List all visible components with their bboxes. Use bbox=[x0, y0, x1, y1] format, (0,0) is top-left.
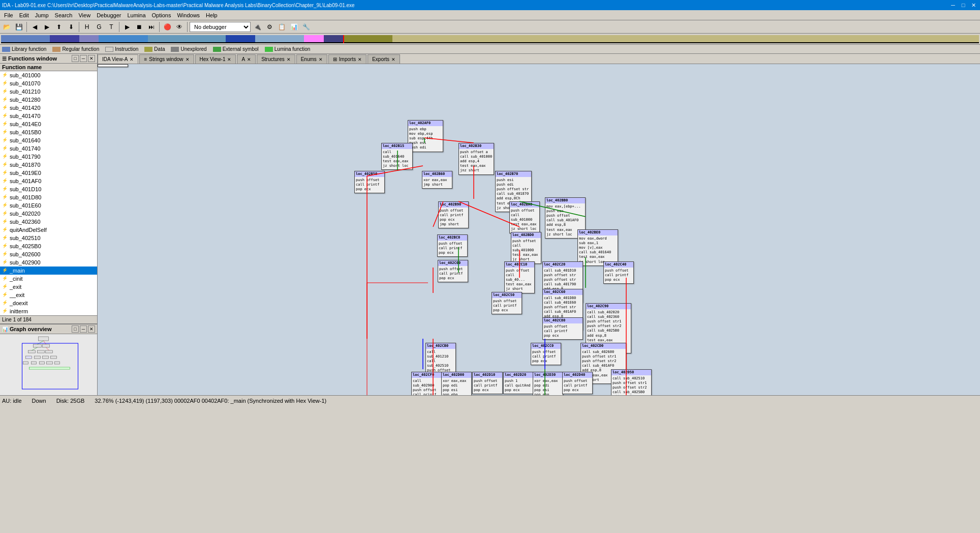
functions-list[interactable]: ⚡sub_401000⚡sub_401070⚡sub_401210⚡sub_40… bbox=[0, 71, 97, 315]
tb-text[interactable]: T bbox=[106, 21, 117, 33]
tb-graph[interactable]: G bbox=[94, 21, 105, 33]
function-item[interactable]: ⚡sub_401000 bbox=[0, 71, 97, 79]
tab-hex-close[interactable]: ✕ bbox=[227, 57, 231, 62]
minimize-button[interactable]: ─ bbox=[948, 1, 958, 9]
tab-imports[interactable]: ⊞ Imports ✕ bbox=[328, 54, 366, 64]
menu-jump[interactable]: Jump bbox=[32, 11, 52, 19]
tab-a-close[interactable]: ✕ bbox=[247, 57, 251, 62]
function-item[interactable]: ⚡sub_4025B0 bbox=[0, 242, 97, 250]
tb-watch[interactable]: 👁 bbox=[174, 21, 185, 33]
tb-dbg4[interactable]: 📊 bbox=[288, 21, 299, 33]
tb-up[interactable]: ⬆ bbox=[53, 21, 65, 33]
function-item[interactable]: ⚡_main bbox=[0, 266, 97, 275]
legend-lumina: Lumina function bbox=[265, 46, 311, 52]
tb-dbg5[interactable]: 🔧 bbox=[300, 21, 312, 33]
menu-file[interactable]: File bbox=[1, 11, 16, 19]
function-item[interactable]: ⚡sub_401870 bbox=[0, 161, 97, 169]
legend-external-label: External symbol bbox=[223, 46, 259, 52]
tab-hex-view[interactable]: Hex View-1 ✕ bbox=[195, 54, 236, 64]
function-item[interactable]: ⚡__exit bbox=[0, 291, 97, 299]
menu-help[interactable]: Help bbox=[203, 11, 221, 19]
function-item[interactable]: ⚡quitAndDelSelf bbox=[0, 226, 97, 234]
menu-view[interactable]: View bbox=[75, 11, 94, 19]
function-item[interactable]: ⚡initterm bbox=[0, 307, 97, 315]
function-item[interactable]: ⚡sub_401470 bbox=[0, 112, 97, 120]
graph-overview-canvas[interactable] bbox=[0, 334, 97, 395]
function-item[interactable]: ⚡_doexit bbox=[0, 299, 97, 307]
function-item[interactable]: ⚡sub_4014E0 bbox=[0, 120, 97, 128]
overview-close-btn[interactable]: ✕ bbox=[88, 325, 95, 333]
func-icon: ⚡ bbox=[2, 154, 8, 160]
tb-save[interactable]: 💾 bbox=[13, 21, 24, 33]
function-item[interactable]: ⚡sub_401AF0 bbox=[0, 177, 97, 185]
tb-step[interactable]: ⏭ bbox=[146, 21, 157, 33]
tb-bp[interactable]: 🔴 bbox=[162, 21, 173, 33]
function-item[interactable]: ⚡sub_401E60 bbox=[0, 201, 97, 210]
function-item[interactable]: ⚡sub_4015B0 bbox=[0, 128, 97, 136]
menu-debugger[interactable]: Debugger bbox=[94, 11, 124, 19]
tab-strings-icon: ≡ bbox=[144, 56, 147, 62]
function-item[interactable]: ⚡sub_401740 bbox=[0, 144, 97, 153]
panel-float-btn[interactable]: □ bbox=[72, 55, 79, 62]
function-item[interactable]: ⚡sub_401420 bbox=[0, 104, 97, 112]
debugger-select[interactable]: No debugger bbox=[190, 22, 251, 32]
tb-dbg1[interactable]: 🔌 bbox=[252, 21, 263, 33]
function-item[interactable]: ⚡sub_402900 bbox=[0, 258, 97, 266]
function-item[interactable]: ⚡_cinit bbox=[0, 275, 97, 283]
function-item[interactable]: ⚡sub_402600 bbox=[0, 250, 97, 258]
function-item[interactable]: ⚡sub_402020 bbox=[0, 210, 97, 218]
panel-minimize-btn[interactable]: ─ bbox=[80, 55, 87, 62]
tb-back[interactable]: ◀ bbox=[29, 21, 40, 33]
tb-stop[interactable]: ⏹ bbox=[134, 21, 145, 33]
menu-edit[interactable]: Edit bbox=[16, 11, 32, 19]
tab-enums-close[interactable]: ✕ bbox=[319, 57, 323, 62]
function-item[interactable]: ⚡sub_401640 bbox=[0, 136, 97, 144]
menu-options[interactable]: Options bbox=[149, 11, 174, 19]
graph-view[interactable]: loc_402AF0 push ebp mov ebp,esp sub esp,… bbox=[98, 64, 980, 395]
tb-dbg3[interactable]: 📋 bbox=[276, 21, 287, 33]
menu-lumina[interactable]: Lumina bbox=[124, 11, 148, 19]
function-item[interactable]: ⚡sub_402510 bbox=[0, 234, 97, 242]
legend-instruction-color bbox=[105, 47, 113, 52]
tb-new[interactable]: 📂 bbox=[1, 21, 12, 33]
function-item[interactable]: ⚡sub_401D10 bbox=[0, 185, 97, 193]
tab-exports-close[interactable]: ✕ bbox=[391, 57, 395, 62]
tab-structures[interactable]: Structures ✕ bbox=[257, 54, 295, 64]
tab-ida-close[interactable]: ✕ bbox=[130, 57, 134, 62]
tb-forward[interactable]: ▶ bbox=[41, 21, 52, 33]
svg-rect-12 bbox=[40, 362, 45, 364]
func-name: sub_401740 bbox=[10, 145, 41, 152]
function-item[interactable]: ⚡sub_402360 bbox=[0, 218, 97, 226]
overview-svg bbox=[0, 334, 97, 395]
function-item[interactable]: ⚡sub_401D80 bbox=[0, 193, 97, 201]
function-item[interactable]: ⚡sub_401790 bbox=[0, 153, 97, 161]
tb-down-btn[interactable]: ⬇ bbox=[66, 21, 77, 33]
tab-a[interactable]: A ✕ bbox=[237, 54, 256, 64]
func-name: sub_4015B0 bbox=[10, 129, 41, 135]
menu-windows[interactable]: Windows bbox=[174, 11, 203, 19]
tab-structures-close[interactable]: ✕ bbox=[287, 57, 291, 62]
maximize-button[interactable]: □ bbox=[959, 1, 968, 9]
function-item[interactable]: ⚡sub_401070 bbox=[0, 79, 97, 87]
tab-imports-close[interactable]: ✕ bbox=[358, 57, 362, 62]
panel-close-btn[interactable]: ✕ bbox=[88, 55, 95, 62]
tb-dbg2[interactable]: ⚙ bbox=[264, 21, 275, 33]
function-item[interactable]: ⚡sub_401210 bbox=[0, 87, 97, 96]
menu-search[interactable]: Search bbox=[52, 11, 76, 19]
tab-exports[interactable]: Exports ✕ bbox=[368, 54, 400, 64]
tab-strings-label: Strings window bbox=[149, 56, 183, 62]
function-item[interactable]: ⚡_exit bbox=[0, 283, 97, 291]
tb-hex[interactable]: H bbox=[81, 21, 93, 33]
function-item[interactable]: ⚡sub_4019E0 bbox=[0, 169, 97, 177]
overview-minimize-btn[interactable]: ─ bbox=[80, 325, 87, 333]
func-name: sub_401D10 bbox=[10, 186, 41, 192]
tb-run[interactable]: ▶ bbox=[121, 21, 133, 33]
close-button[interactable]: ✕ bbox=[969, 1, 978, 9]
overview-float-btn[interactable]: □ bbox=[72, 325, 79, 333]
tab-enums[interactable]: Enums ✕ bbox=[296, 54, 327, 64]
function-item[interactable]: ⚡sub_401280 bbox=[0, 96, 97, 104]
legend-library-label: Library function bbox=[12, 46, 46, 52]
tab-ida-view-a[interactable]: IDA View-A ✕ bbox=[98, 54, 138, 64]
tab-strings-close[interactable]: ✕ bbox=[186, 57, 190, 62]
tab-strings[interactable]: ≡ Strings window ✕ bbox=[139, 54, 194, 64]
